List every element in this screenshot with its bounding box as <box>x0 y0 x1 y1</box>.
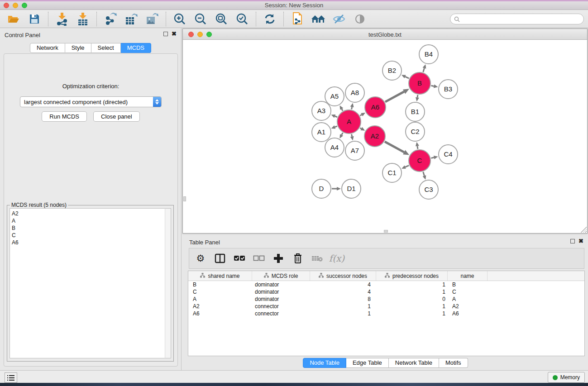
hierarchy-icon <box>319 273 324 279</box>
node-table[interactable]: shared nameMCDS rolesuccessor nodesprede… <box>188 271 585 356</box>
table-row[interactable]: Cdominator41C <box>188 288 584 295</box>
edge-C-C4[interactable] <box>431 157 434 158</box>
arrowhead-icon <box>331 125 336 129</box>
network-window-titlebar[interactable]: testGlobe.txt <box>183 29 587 40</box>
edge-A-A6[interactable] <box>360 114 362 115</box>
result-list-item[interactable]: B <box>12 224 165 232</box>
edge-C-C1[interactable] <box>405 166 409 167</box>
run-mcds-button[interactable]: Run MCDS <box>42 111 87 122</box>
cell-name: C <box>448 289 488 295</box>
edge-A-A2[interactable] <box>360 128 361 129</box>
tab-mcds[interactable]: MCDS <box>121 43 151 53</box>
tab-motifs[interactable]: Motifs <box>439 358 468 368</box>
mcds-result-list[interactable]: A2ABCA6 <box>10 208 165 358</box>
table-row[interactable]: Adominator80A <box>188 295 584 303</box>
deselect-all-icon[interactable] <box>252 251 266 266</box>
import-network-icon[interactable] <box>55 12 69 26</box>
cell-predecessor-nodes: 1 <box>376 289 448 295</box>
column-header-MCDS-role[interactable]: MCDS role <box>252 271 310 281</box>
edge-A-A7[interactable] <box>352 134 352 136</box>
edge-B-B2[interactable] <box>405 76 409 78</box>
edge-C-C3[interactable] <box>423 172 425 176</box>
cell-shared-name: A2 <box>188 303 252 310</box>
network-document-icon[interactable] <box>290 12 305 26</box>
hide-graphics-icon[interactable] <box>332 12 346 26</box>
import-table-icon[interactable] <box>76 12 90 26</box>
result-list-item[interactable]: A <box>12 217 165 224</box>
edge-A-A4[interactable] <box>342 133 343 135</box>
column-header-successor-nodes[interactable]: successor nodes <box>310 271 376 281</box>
resize-grip-icon[interactable] <box>581 227 587 233</box>
function-builder-icon[interactable]: f(x) <box>330 251 344 266</box>
tab-select[interactable]: Select <box>91 43 121 53</box>
edge-A-A5[interactable] <box>342 109 343 111</box>
export-network-icon[interactable] <box>103 12 118 26</box>
edge-A-A1[interactable] <box>335 126 337 127</box>
column-visibility-icon[interactable] <box>213 251 227 266</box>
edge-A-A8[interactable] <box>352 107 352 109</box>
column-header-name[interactable]: name <box>448 271 488 281</box>
delete-table-icon[interactable] <box>311 251 324 266</box>
edge-B-B3[interactable] <box>431 86 434 86</box>
edge-B-B1[interactable] <box>417 95 418 98</box>
float-table-panel-icon[interactable] <box>570 239 575 243</box>
cell-shared-name: B <box>188 281 252 288</box>
edge-A-A3[interactable] <box>335 116 337 117</box>
save-session-icon[interactable] <box>27 12 42 26</box>
arrowhead-icon <box>423 64 426 69</box>
result-list-item[interactable]: A6 <box>12 239 165 246</box>
tab-node-table[interactable]: Node Table <box>303 358 346 368</box>
search-box[interactable] <box>450 14 584 24</box>
close-table-panel-icon[interactable]: ✖ <box>578 239 583 243</box>
tab-network-table[interactable]: Network Table <box>389 358 439 368</box>
table-body: Bdominator41BCdominator41CAdominator80AA… <box>188 281 584 317</box>
node-label-A1: A1 <box>317 128 325 136</box>
refresh-icon[interactable] <box>263 12 277 26</box>
table-row[interactable]: A2connector11A2 <box>188 303 584 310</box>
table-header-row: shared nameMCDS rolesuccessor nodesprede… <box>188 271 584 281</box>
criterion-dropdown[interactable]: largest connected component (directed) <box>20 96 162 107</box>
tab-edge-table[interactable]: Edge Table <box>346 358 389 368</box>
zoom-out-icon[interactable] <box>193 12 208 26</box>
table-row[interactable]: Bdominator41B <box>188 281 584 288</box>
show-graphics-icon[interactable] <box>353 12 367 26</box>
table-settings-icon[interactable]: ⚙ <box>194 251 207 266</box>
zoom-in-icon[interactable] <box>172 12 187 26</box>
delete-column-icon[interactable] <box>291 251 305 266</box>
result-list-item[interactable]: A2 <box>12 210 165 217</box>
mcds-result-group: MCDS result (5 nodes) A2ABCA6 <box>7 205 174 362</box>
zoom-selected-icon[interactable] <box>235 12 249 26</box>
tab-network[interactable]: Network <box>30 43 65 53</box>
open-file-icon[interactable] <box>6 12 21 26</box>
home-overview-icon[interactable] <box>311 12 325 26</box>
table-panel-title: Table Panel <box>189 239 220 246</box>
add-column-icon[interactable] <box>272 251 285 266</box>
task-history-button[interactable] <box>5 372 17 383</box>
cell-MCDS-role: dominator <box>252 296 310 302</box>
memory-button[interactable]: Memory <box>548 372 585 383</box>
table-row[interactable]: A6connector11A6 <box>188 310 584 317</box>
tab-style[interactable]: Style <box>65 43 91 53</box>
column-header-predecessor-nodes[interactable]: predecessor nodes <box>376 271 448 281</box>
close-panel-icon[interactable]: ✖ <box>172 32 177 36</box>
float-panel-icon[interactable] <box>163 32 168 36</box>
network-graph[interactable]: B4B2BB3A8A5A6A3B1AC2A1A2A4A7C4CC1C3DD1 <box>183 40 587 233</box>
edge-A2-C[interactable] <box>385 142 404 152</box>
edge-B-B4[interactable] <box>423 68 425 72</box>
edge-C-C2[interactable] <box>417 146 418 149</box>
network-canvas[interactable]: B4B2BB3A8A5A6A3B1AC2A1A2A4A7C4CC1C3DD1 <box>183 40 587 233</box>
export-table-icon[interactable] <box>124 12 139 26</box>
export-image-icon[interactable] <box>145 12 159 26</box>
left-splitter-handle[interactable] <box>183 196 186 201</box>
search-input[interactable] <box>462 16 580 22</box>
result-list-scrollbar[interactable] <box>165 208 171 358</box>
select-all-icon[interactable] <box>233 251 246 266</box>
bottom-splitter-handle[interactable] <box>384 230 388 233</box>
edge-A6-B[interactable] <box>385 92 404 102</box>
zoom-fit-icon[interactable] <box>214 12 229 26</box>
optimization-criterion-label: Optimization criterion: <box>4 83 177 90</box>
close-panel-button[interactable]: Close panel <box>93 111 140 122</box>
result-list-item[interactable]: C <box>12 232 165 239</box>
column-header-shared-name[interactable]: shared name <box>188 271 252 281</box>
criterion-value: largest connected component (directed) <box>20 99 153 105</box>
